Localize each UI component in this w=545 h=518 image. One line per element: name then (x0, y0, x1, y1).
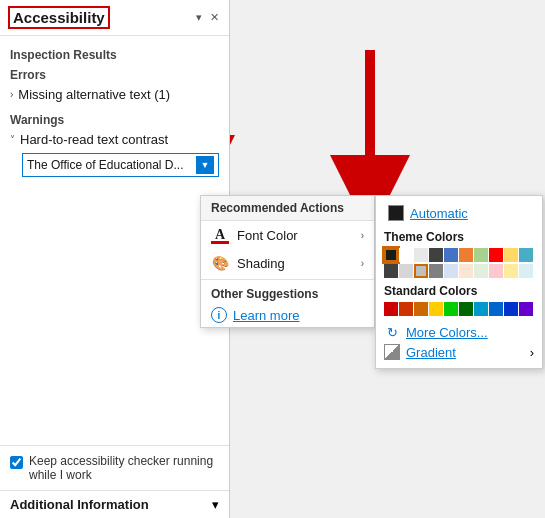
panel-body: Inspection Results Errors › Missing alte… (0, 36, 229, 445)
learn-more-link: Learn more (233, 308, 299, 323)
additional-info-chevron: ▾ (212, 497, 219, 512)
theme-color-cell[interactable] (474, 248, 488, 262)
theme-color-cell[interactable] (384, 264, 398, 278)
standard-color-cell[interactable] (399, 302, 413, 316)
standard-color-cell[interactable] (459, 302, 473, 316)
standard-color-cell[interactable] (444, 302, 458, 316)
office-text: The Office of Educational D... (27, 158, 196, 172)
gradient-arrow: › (530, 345, 534, 360)
additional-info-label: Additional Information (10, 497, 149, 512)
shading-arrow: › (361, 258, 364, 269)
panel-close-icon[interactable]: ✕ (208, 9, 221, 26)
standard-colors-label: Standard Colors (384, 284, 534, 298)
more-colors-link: More Colors... (406, 325, 488, 340)
checkbox-row[interactable]: Keep accessibility checker running while… (10, 454, 219, 482)
color-picker: Automatic Theme Colors Standard Colors ↻… (375, 195, 543, 369)
theme-color-cell[interactable] (444, 248, 458, 262)
theme-color-cell[interactable] (399, 248, 413, 262)
theme-color-cell[interactable] (519, 264, 533, 278)
theme-colors-label: Theme Colors (384, 230, 534, 244)
warning-chevron-down: ˅ (10, 134, 15, 145)
menu-separator (201, 279, 374, 280)
checkbox-label: Keep accessibility checker running while… (29, 454, 219, 482)
office-subitem-inner: The Office of Educational D... ▼ (22, 153, 219, 177)
panel-footer: Keep accessibility checker running while… (0, 445, 229, 490)
theme-color-cell[interactable] (444, 264, 458, 278)
inspection-results-label: Inspection Results (0, 44, 229, 64)
shading-icon: 🎨 (211, 254, 229, 272)
theme-color-cell[interactable] (414, 248, 428, 262)
other-suggestions-header: Other Suggestions (201, 282, 374, 303)
panel-dropdown-icon[interactable]: ▾ (194, 9, 204, 26)
theme-color-cell[interactable] (414, 264, 428, 278)
panel-header: Accessibility ▾ ✕ (0, 0, 229, 36)
panel-title: Accessibility (8, 6, 110, 29)
standard-color-cell[interactable] (429, 302, 443, 316)
shading-label: Shading (237, 256, 353, 271)
hard-to-read-label: Hard-to-read text contrast (20, 132, 168, 147)
font-color-menu-item[interactable]: A Font Color › (201, 221, 374, 249)
office-subitem: The Office of Educational D... ▼ (0, 150, 229, 180)
gradient-label: Gradient (406, 345, 456, 360)
standard-color-cell[interactable] (384, 302, 398, 316)
error-chevron-right: › (10, 89, 13, 100)
theme-color-cell[interactable] (459, 248, 473, 262)
info-icon: i (211, 307, 227, 323)
auto-color-box (388, 205, 404, 221)
font-color-icon: A (211, 226, 229, 244)
additional-info-row[interactable]: Additional Information ▾ (0, 490, 229, 518)
theme-color-cell[interactable] (459, 264, 473, 278)
theme-color-cell[interactable] (399, 264, 413, 278)
accessibility-panel: Accessibility ▾ ✕ Inspection Results Err… (0, 0, 230, 518)
shading-menu-item[interactable]: 🎨 Shading › (201, 249, 374, 277)
automatic-row[interactable]: Automatic (384, 202, 534, 224)
theme-color-cell[interactable] (489, 264, 503, 278)
theme-color-cell[interactable] (519, 248, 533, 262)
subitem-dropdown-button[interactable]: ▼ (196, 156, 214, 174)
theme-color-row1 (384, 248, 534, 262)
more-colors-row[interactable]: ↻ More Colors... (384, 322, 534, 342)
accessibility-checkbox[interactable] (10, 456, 23, 469)
theme-color-cell[interactable] (384, 248, 398, 262)
theme-color-cell[interactable] (489, 248, 503, 262)
hard-to-read-item[interactable]: ˅ Hard-to-read text contrast (0, 129, 229, 150)
standard-colors-grid (384, 302, 534, 316)
warnings-label: Warnings (0, 109, 229, 129)
panel-header-icons: ▾ ✕ (194, 9, 221, 26)
missing-alt-text-label: Missing alternative text (1) (18, 87, 170, 102)
standard-color-cell[interactable] (504, 302, 518, 316)
context-menu-header: Recommended Actions (201, 196, 374, 221)
gradient-row[interactable]: Gradient › (384, 342, 534, 362)
theme-color-cell[interactable] (504, 264, 518, 278)
gradient-icon (384, 344, 400, 360)
standard-color-cell[interactable] (489, 302, 503, 316)
theme-color-cell[interactable] (429, 248, 443, 262)
theme-color-cell[interactable] (429, 264, 443, 278)
missing-alt-text-item[interactable]: › Missing alternative text (1) (0, 84, 229, 105)
theme-color-cell[interactable] (474, 264, 488, 278)
font-color-arrow: › (361, 230, 364, 241)
context-menu: Recommended Actions A Font Color › 🎨 Sha… (200, 195, 375, 328)
errors-section-label: Errors (0, 64, 229, 84)
more-colors-icon: ↻ (384, 324, 400, 340)
standard-color-cell[interactable] (414, 302, 428, 316)
standard-color-cell[interactable] (519, 302, 533, 316)
learn-more-item[interactable]: i Learn more (201, 303, 374, 327)
gradient-left: Gradient (384, 344, 456, 360)
theme-color-row2 (384, 264, 534, 278)
standard-color-cell[interactable] (474, 302, 488, 316)
automatic-label: Automatic (410, 206, 468, 221)
font-color-label: Font Color (237, 228, 353, 243)
theme-color-cell[interactable] (504, 248, 518, 262)
warnings-section: Warnings ˅ Hard-to-read text contrast Th… (0, 109, 229, 180)
